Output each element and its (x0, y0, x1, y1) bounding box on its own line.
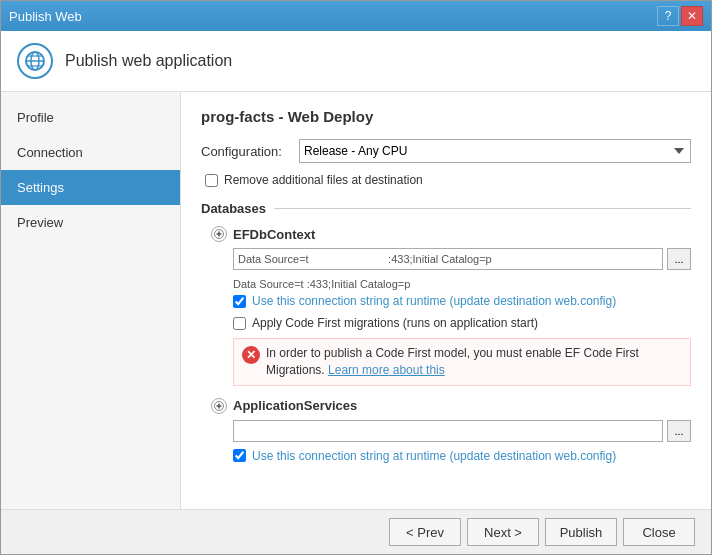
publish-button[interactable]: Publish (545, 518, 617, 546)
app-services-context: ApplicationServices ... Use this connect… (211, 398, 691, 464)
app-services-browse-button[interactable]: ... (667, 420, 691, 442)
ef-use-conn-checkbox[interactable] (233, 295, 246, 308)
header-icon (17, 43, 53, 79)
ef-error-row: ✕ In order to publish a Code First model… (233, 338, 691, 386)
app-services-use-conn-label: Use this connection string at runtime (u… (252, 449, 616, 463)
dialog-content: Profile Connection Settings Preview prog… (1, 92, 711, 509)
dialog-title: Publish Web (9, 9, 82, 24)
prev-button[interactable]: < Prev (389, 518, 461, 546)
ef-db-context-header: EFDbContext (211, 226, 691, 242)
ef-migrations-row: Apply Code First migrations (runs on app… (233, 316, 691, 330)
app-services-collapse-button[interactable] (211, 398, 227, 414)
app-services-use-conn-row: Use this connection string at runtime (u… (233, 448, 691, 464)
learn-more-link[interactable]: Learn more about this (328, 363, 445, 377)
sidebar-item-settings[interactable]: Settings (1, 170, 180, 205)
title-bar: Publish Web ? ✕ (1, 1, 711, 31)
error-text: In order to publish a Code First model, … (266, 345, 682, 379)
app-services-conn-input[interactable] (233, 420, 663, 442)
ef-conn-hint: Data Source=t :433;Initial Catalog=p (233, 278, 691, 290)
app-services-use-conn-checkbox[interactable] (233, 449, 246, 462)
sidebar-item-connection[interactable]: Connection (1, 135, 180, 170)
sidebar-item-profile[interactable]: Profile (1, 100, 180, 135)
next-button[interactable]: Next > (467, 518, 539, 546)
sidebar: Profile Connection Settings Preview (1, 92, 181, 509)
section-title: prog-facts - Web Deploy (201, 108, 691, 125)
config-label: Configuration: (201, 144, 291, 159)
divider-line (274, 208, 691, 209)
ef-migrations-checkbox[interactable] (233, 317, 246, 330)
app-services-name: ApplicationServices (233, 398, 357, 413)
databases-label: Databases (201, 201, 266, 216)
header-title: Publish web application (65, 52, 232, 70)
ef-conn-string-input[interactable] (233, 248, 663, 270)
config-select[interactable]: Release - Any CPU (299, 139, 691, 163)
ef-use-conn-label: Use this connection string at runtime (u… (252, 294, 616, 308)
ef-browse-button[interactable]: ... (667, 248, 691, 270)
publish-web-dialog: Publish Web ? ✕ Publish web application … (0, 0, 712, 555)
app-services-header: ApplicationServices (211, 398, 691, 414)
remove-files-row: Remove additional files at destination (205, 173, 691, 187)
ef-migrations-label: Apply Code First migrations (runs on app… (252, 316, 538, 330)
databases-header: Databases (201, 201, 691, 216)
databases-section: Databases EFDbContext (201, 201, 691, 464)
dialog-footer: < Prev Next > Publish Close (1, 509, 711, 554)
config-row: Configuration: Release - Any CPU (201, 139, 691, 163)
remove-files-checkbox[interactable] (205, 174, 218, 187)
sidebar-item-preview[interactable]: Preview (1, 205, 180, 240)
title-bar-buttons: ? ✕ (657, 6, 703, 26)
dialog-header: Publish web application (1, 31, 711, 92)
error-icon: ✕ (242, 346, 260, 364)
ef-use-conn-row: Use this connection string at runtime (u… (233, 294, 691, 308)
ef-db-context-name: EFDbContext (233, 227, 315, 242)
main-panel: prog-facts - Web Deploy Configuration: R… (181, 92, 711, 509)
ef-conn-string-row: ... (233, 248, 691, 270)
close-title-button[interactable]: ✕ (681, 6, 703, 26)
ef-collapse-button[interactable] (211, 226, 227, 242)
remove-files-label: Remove additional files at destination (224, 173, 423, 187)
app-services-conn-row: ... (233, 420, 691, 442)
help-button[interactable]: ? (657, 6, 679, 26)
close-button[interactable]: Close (623, 518, 695, 546)
ef-db-context: EFDbContext ... Data Source=t :433;Initi… (211, 226, 691, 386)
